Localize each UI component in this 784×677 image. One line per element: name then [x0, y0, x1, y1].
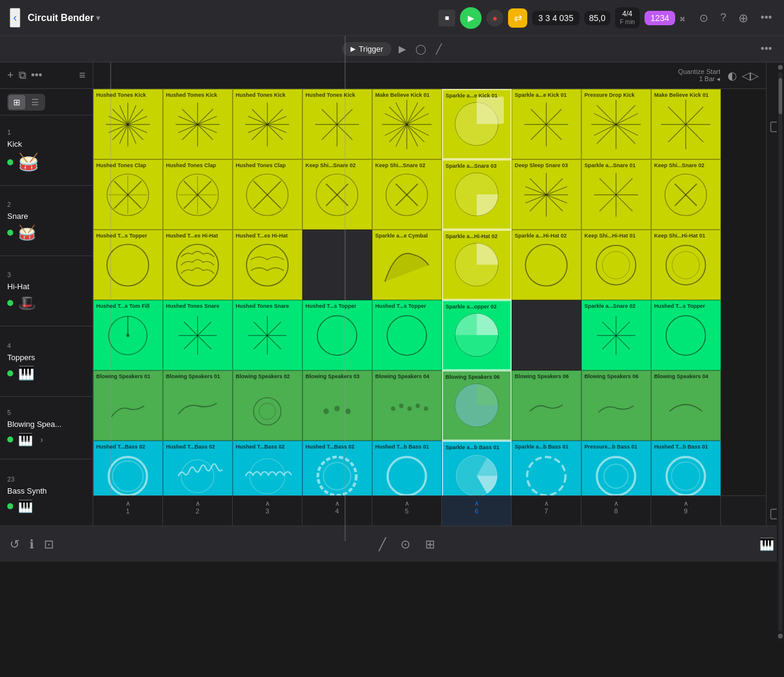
stop-button[interactable]: ■: [438, 10, 455, 26]
cell-2-5[interactable]: Sparkle a...Hi-Hat 02: [442, 230, 512, 300]
metronome-icon[interactable]: 𝄪: [680, 11, 685, 24]
arrange-button[interactable]: ≡: [79, 69, 85, 82]
track-dot-kick[interactable]: [7, 159, 13, 165]
cell-5-2[interactable]: Hushed T...Bass 02: [233, 441, 302, 495]
cell-2-1[interactable]: Hushed T...es Hi-Hat: [163, 230, 233, 300]
cell-2-4[interactable]: Sparkle a...e Cymbal: [372, 230, 442, 300]
cell-1-8[interactable]: Keep Shi...Snare 02: [651, 159, 721, 230]
layout-icon-bottom[interactable]: ⊡: [44, 537, 54, 551]
cell-2-3[interactable]: [302, 230, 372, 300]
level-control-button[interactable]: ◐: [727, 69, 737, 82]
col-header-4[interactable]: ∧4: [302, 496, 372, 525]
help-button[interactable]: ?: [718, 9, 729, 26]
add-button[interactable]: ⊕: [736, 8, 751, 28]
cell-5-8[interactable]: Hushed T...b Bass 01: [651, 441, 721, 495]
track-dot-toppers[interactable]: [7, 370, 13, 376]
cell-0-8[interactable]: Make Believe Kick 01: [651, 89, 721, 159]
cell-3-3[interactable]: Hushed T...s Topper: [302, 300, 372, 370]
cell-0-6[interactable]: Sparkle a...e Kick 01: [512, 89, 581, 159]
cell-5-4[interactable]: Hushed T...b Bass 01: [372, 441, 442, 495]
cell-2-8[interactable]: Keep Shi...Hi-Hat 01: [651, 230, 721, 300]
tempo-display[interactable]: 85,0: [584, 11, 610, 25]
col-header-1[interactable]: ∧1: [93, 496, 163, 525]
cell-1-6[interactable]: Deep Sleep Snare 03: [512, 159, 581, 230]
col-header-5[interactable]: ∧5: [372, 496, 442, 525]
more-sidebar-button[interactable]: •••: [31, 69, 43, 82]
info-icon-bottom[interactable]: ℹ: [29, 537, 34, 551]
duplicate-button[interactable]: ⧉: [19, 69, 26, 82]
cell-2-2[interactable]: Hushed T...es Hi-Hat: [233, 230, 302, 300]
cell-3-5[interactable]: Sparkle a...opper 02: [442, 300, 512, 370]
col-header-6[interactable]: ∧6: [442, 496, 512, 525]
cell-1-2[interactable]: Hushed Tones Clap: [233, 159, 302, 230]
cell-0-3[interactable]: Hushed Tones Kick: [302, 89, 372, 159]
cell-3-6[interactable]: [512, 300, 581, 370]
track-dot-bass[interactable]: [7, 503, 13, 509]
cell-4-3[interactable]: Blowing Speakers 03: [302, 370, 372, 441]
cell-1-0[interactable]: Hushed Tones Clap: [93, 159, 163, 230]
cell-4-6[interactable]: Blowing Speakers 06: [512, 370, 581, 441]
cell-5-6[interactable]: Sparkle a...b Bass 01: [512, 441, 581, 495]
back-button[interactable]: ‹: [10, 8, 20, 28]
cell-0-0[interactable]: Hushed Tones Kick: [93, 89, 163, 159]
play-button[interactable]: ▶: [460, 7, 482, 29]
cell-5-5[interactable]: Sparkle a...b Bass 01: [442, 441, 512, 495]
add-track-button[interactable]: +: [7, 69, 14, 82]
cell-3-7[interactable]: Sparkle a...Snare 02: [581, 300, 651, 370]
cell-4-4[interactable]: Blowing Speakers 04: [372, 370, 442, 441]
col-header-3[interactable]: ∧3: [233, 496, 302, 525]
track-item-hihat[interactable]: 3 Hi-Hat 🎩: [0, 256, 93, 326]
loop-button[interactable]: ⇄: [508, 8, 527, 28]
cell-3-1[interactable]: Hushed Tones Snare: [163, 300, 233, 370]
cell-3-8[interactable]: Hushed T...s Topper: [651, 300, 721, 370]
cell-4-1[interactable]: Blowing Speakers 01: [163, 370, 233, 441]
cell-1-7[interactable]: Sparkle a...Snare 01: [581, 159, 651, 230]
mix-icon-bottom[interactable]: ⊞: [425, 537, 435, 551]
cell-0-1[interactable]: Hushed Tomes Kick: [163, 89, 233, 159]
cell-2-6[interactable]: Sparkle a...Hi-Hat 02: [512, 230, 581, 300]
settings-button[interactable]: ⊙: [697, 9, 711, 27]
cell-0-2[interactable]: Hushed Tones Kick: [233, 89, 302, 159]
cell-4-2[interactable]: Blowing Speakers 02: [233, 370, 302, 441]
time-signature[interactable]: 4/4 F min: [615, 7, 640, 28]
more-top-button[interactable]: •••: [758, 9, 774, 26]
cell-1-1[interactable]: Hushed Tones Clap: [163, 159, 233, 230]
track-dot-hihat[interactable]: [7, 300, 13, 306]
cell-4-7[interactable]: Blowing Speakers 06: [581, 370, 651, 441]
cell-5-1[interactable]: Hushed T...Bass 02: [163, 441, 233, 495]
record-button[interactable]: ●: [486, 10, 503, 26]
loop-icon-bottom[interactable]: ↺: [10, 537, 20, 551]
cell-5-0[interactable]: Hushed T...Bass 02: [93, 441, 163, 495]
cell-0-5[interactable]: Sparkle a...e Kick 01: [442, 89, 512, 159]
cell-4-8[interactable]: Blowing Speakers 04: [651, 370, 721, 441]
blowing-expand-button[interactable]: ›: [40, 435, 43, 444]
volume-button[interactable]: ◁▷: [742, 69, 759, 82]
cell-1-3[interactable]: Keep Shi...Snare 02: [302, 159, 372, 230]
cell-5-3[interactable]: Hushed T...Bass 02: [302, 441, 372, 495]
piano-icon-bottom[interactable]: 🎹: [759, 537, 774, 551]
cell-5-7[interactable]: Pressure...b Bass 01: [581, 441, 651, 495]
cell-3-2[interactable]: Hushed Tones Snare: [233, 300, 302, 370]
track-item-snare[interactable]: 2 Snare 🥁: [0, 186, 93, 256]
clock-icon-bottom[interactable]: ⊙: [400, 537, 411, 551]
vertical-scrollbar[interactable]: [777, 63, 784, 641]
track-item-toppers[interactable]: 4 Toppers 🎹: [0, 326, 93, 397]
track-dot-snare[interactable]: [7, 230, 13, 236]
trigger-play-icon[interactable]: ▶: [399, 43, 406, 55]
cell-1-5[interactable]: Sparkle a...Snare 03: [442, 159, 512, 230]
track-item-bass[interactable]: 23 Bass Synth 🎹: [0, 459, 93, 525]
cell-2-7[interactable]: Keep Shi...Hi-Hat 01: [581, 230, 651, 300]
more-second-button[interactable]: •••: [758, 40, 774, 58]
col-header-2[interactable]: ∧2: [163, 496, 233, 525]
trigger-edit-icon[interactable]: ╱: [436, 43, 442, 55]
cell-3-0[interactable]: Hushed T...s Tom Fill: [93, 300, 163, 370]
track-dot-blowing[interactable]: [7, 437, 13, 443]
edit-icon-bottom[interactable]: ╱: [379, 537, 386, 551]
cell-1-4[interactable]: Keep Shi...Snare 02: [372, 159, 442, 230]
quantize-label[interactable]: Quantize Start 1 Bar ◂: [678, 68, 720, 83]
trigger-loop-icon[interactable]: ◯: [415, 43, 426, 55]
project-name[interactable]: Circuit Bender ▾: [28, 13, 100, 23]
col-header-8[interactable]: ∧8: [581, 496, 651, 525]
list-view-button[interactable]: ☰: [26, 95, 44, 109]
cell-0-7[interactable]: Pressure Drop Kick: [581, 89, 651, 159]
